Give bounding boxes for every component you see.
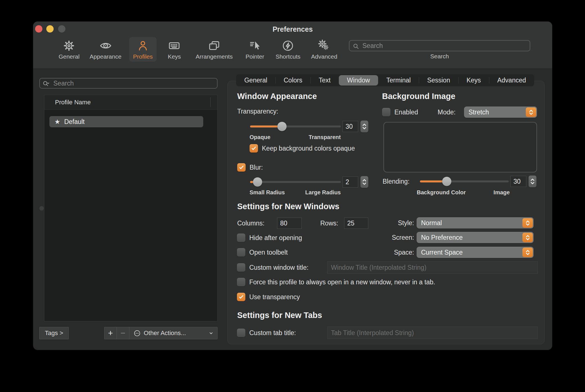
window-appearance-heading: Window Appearance: [237, 92, 317, 101]
tab-general[interactable]: General: [236, 74, 275, 86]
blending-slider[interactable]: [420, 177, 509, 186]
hide-after-opening-label: Hide after opening: [249, 234, 302, 242]
blur-label: Blur:: [250, 164, 263, 171]
slider-track[interactable]: [250, 181, 341, 183]
checkmark-icon: [238, 294, 244, 300]
background-image-well[interactable]: [383, 122, 537, 172]
cursor-icon: [248, 39, 261, 52]
custom-tab-title-label: Custom tab title:: [249, 329, 296, 337]
toolbar-item-appearance[interactable]: Appearance: [86, 37, 125, 62]
bolt-circle-icon: [282, 39, 294, 52]
popup-arrows-icon: [522, 248, 533, 257]
keep-opaque-label: Keep background colors opaque: [262, 145, 355, 152]
space-popup-value: Current Space: [421, 247, 463, 258]
blur-field[interactable]: [342, 176, 358, 188]
toolbar-item-keys[interactable]: Keys: [164, 37, 185, 62]
other-actions-label: Other Actions...: [144, 329, 186, 337]
use-transparency-row: Use transparency: [237, 293, 300, 301]
add-profile-button[interactable]: +: [104, 327, 117, 339]
blending-stepper[interactable]: [529, 176, 536, 187]
transparency-value-group: [342, 121, 368, 132]
other-actions-button[interactable]: Other Actions...: [129, 327, 217, 339]
chevron-up-icon: [362, 123, 367, 126]
blur-slider[interactable]: [250, 177, 341, 187]
keep-opaque-row: Keep background colors opaque: [250, 144, 355, 153]
transparency-slider[interactable]: [250, 122, 341, 131]
window-title-field[interactable]: [327, 261, 538, 274]
splitter-handle[interactable]: [39, 206, 44, 211]
toolbar-item-profiles[interactable]: Profiles: [129, 37, 157, 62]
open-toolbelt-label: Open toolbelt: [249, 249, 288, 256]
tags-button[interactable]: Tags >: [39, 327, 69, 339]
toolbar-search-field[interactable]: [349, 40, 530, 51]
mode-popup[interactable]: Stretch: [464, 107, 537, 118]
tab-text[interactable]: Text: [310, 74, 339, 86]
open-toolbelt-row: Open toolbelt: [237, 248, 288, 257]
transparent-label: Transparent: [309, 134, 341, 140]
gears-icon: [318, 39, 331, 52]
toolbar-item-general[interactable]: General: [55, 37, 84, 62]
toolbar-item-label: Arrangements: [196, 53, 233, 60]
opaque-label: Opaque: [250, 134, 270, 140]
open-toolbelt-checkbox[interactable]: [237, 248, 245, 257]
desktop-background: Preferences General: [0, 0, 585, 392]
custom-window-title-checkbox[interactable]: [237, 263, 245, 272]
transparency-field[interactable]: [342, 121, 358, 132]
chevron-down-icon: [530, 182, 535, 185]
transparency-stepper[interactable]: [360, 121, 368, 132]
plus-icon: +: [108, 328, 113, 338]
profile-row-default[interactable]: ★ Default: [49, 116, 203, 127]
slider-knob[interactable]: [253, 177, 262, 187]
settings-pane: [227, 81, 545, 344]
toolbar-item-advanced[interactable]: Advanced: [307, 37, 341, 62]
slider-knob[interactable]: [277, 122, 287, 131]
blur-row: Blur:: [237, 163, 263, 172]
ellipsis-circle-icon: [133, 329, 141, 337]
screen-popup[interactable]: No Preference: [417, 232, 534, 243]
tab-terminal[interactable]: Terminal: [378, 74, 419, 86]
force-new-window-row: Force this profile to always open in a n…: [237, 278, 435, 286]
tab-session[interactable]: Session: [419, 74, 458, 86]
titlebar: Preferences General: [33, 22, 552, 69]
toolbar-search-input[interactable]: [349, 41, 530, 51]
custom-tab-title-row: Custom tab title:: [237, 329, 296, 337]
blur-stepper[interactable]: [360, 176, 368, 188]
toolbar-item-label: Shortcuts: [276, 53, 301, 60]
toolbar-search: Search: [349, 40, 530, 60]
blur-checkbox[interactable]: [237, 163, 246, 172]
toolbar-item-arrangements[interactable]: Arrangements: [192, 37, 237, 62]
tab-keys[interactable]: Keys: [458, 74, 489, 86]
custom-tab-title-checkbox[interactable]: [237, 329, 245, 337]
profile-search-input[interactable]: [40, 79, 217, 88]
small-radius-label: Small Radius: [250, 189, 285, 196]
columns-field[interactable]: [277, 218, 302, 229]
toolbar-item-label: General: [59, 53, 80, 60]
profile-actions-group: + − Other Actions...: [104, 327, 218, 339]
toolbar-item-shortcuts[interactable]: Shortcuts: [272, 37, 305, 62]
minus-icon: −: [120, 328, 125, 338]
force-new-window-checkbox[interactable]: [237, 278, 245, 286]
tab-window[interactable]: Window: [339, 75, 378, 86]
bg-enabled-checkbox[interactable]: [382, 108, 390, 116]
chevron-down-icon: [362, 127, 367, 130]
tab-advanced[interactable]: Advanced: [489, 74, 534, 86]
rows-field[interactable]: [344, 218, 368, 229]
hide-after-opening-checkbox[interactable]: [237, 234, 245, 242]
preferences-window: Preferences General: [33, 22, 552, 350]
popup-arrows-icon: [526, 107, 536, 117]
profile-search-field[interactable]: [39, 78, 218, 89]
space-popup[interactable]: Current Space: [417, 247, 534, 258]
use-transparency-checkbox[interactable]: [237, 293, 245, 301]
tab-title-field[interactable]: [327, 327, 538, 339]
tab-colors[interactable]: Colors: [275, 74, 310, 86]
slider-knob[interactable]: [442, 177, 451, 186]
keep-opaque-checkbox[interactable]: [250, 144, 258, 153]
keyboard-icon: [168, 39, 181, 52]
screen-popup-value: No Preference: [421, 232, 463, 243]
toolbar-item-pointer[interactable]: Pointer: [242, 37, 268, 62]
profile-table-header[interactable]: Profile Name: [44, 95, 217, 110]
blending-field[interactable]: [510, 176, 526, 187]
gear-icon: [63, 39, 76, 52]
style-popup[interactable]: Normal: [417, 217, 534, 229]
remove-profile-button[interactable]: −: [117, 327, 129, 339]
